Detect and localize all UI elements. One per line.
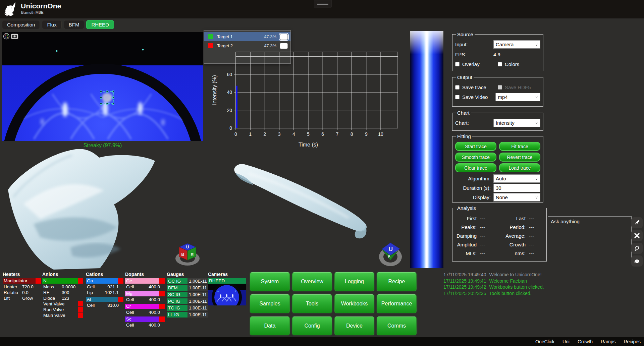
tab-rheed[interactable]: RHEED <box>86 20 114 29</box>
run-valve-row[interactable]: Run Valve <box>42 307 83 312</box>
analysis-label: Damping <box>455 233 480 239</box>
source-header-al[interactable]: Al <box>86 297 123 302</box>
close-icon <box>634 233 640 239</box>
system-button[interactable]: System <box>250 272 290 291</box>
svg-text:0: 0 <box>229 125 232 131</box>
search-button[interactable] <box>631 243 643 254</box>
tab-composition[interactable]: Composition <box>2 20 40 29</box>
palette-icon[interactable] <box>4 34 9 39</box>
workbooks-button[interactable]: Workbooks <box>334 294 374 313</box>
load-trace-button[interactable]: Load trace <box>499 163 540 172</box>
colors-checkbox[interactable] <box>498 62 502 66</box>
recipe-button[interactable]: Recipe <box>377 272 417 291</box>
fit-trace-button[interactable]: Fit trace <box>499 142 540 151</box>
robot-icon <box>634 258 640 264</box>
chart-type-select[interactable]: Intensity ∨ <box>493 119 540 127</box>
status-item-oneclick[interactable]: OneClick <box>535 339 554 344</box>
log-timestamp: 17/11/2025 19:49:42 <box>443 284 486 290</box>
overview-button[interactable]: Overview <box>292 272 332 291</box>
rheed-camera-view[interactable] <box>2 32 203 141</box>
snapshot-camera-icon[interactable] <box>11 34 18 39</box>
samples-button[interactable]: Samples <box>250 294 290 313</box>
rheed-thumbnail[interactable] <box>208 284 246 305</box>
main-valve-row[interactable]: Main Valve <box>42 312 83 318</box>
save-trace-checkbox[interactable] <box>455 85 460 90</box>
anions-column: AnionsNMass0.0000RF300Diode123Vent Valve… <box>42 272 83 318</box>
alarm-indicator <box>78 312 83 318</box>
logging-button[interactable]: Logging <box>334 272 374 291</box>
data-button[interactable]: Data <box>250 316 290 335</box>
analysis-label: Peaks: <box>455 224 480 230</box>
svg-text:60: 60 <box>227 72 232 77</box>
duration-input[interactable] <box>493 184 540 192</box>
save-hdf5-label: Save HDF5 <box>505 84 531 90</box>
param-value: 720.0 <box>22 284 41 289</box>
ask-anything-input[interactable] <box>548 216 632 264</box>
param-label: Diode <box>42 296 62 301</box>
duration-label: Duration (s): <box>455 185 491 191</box>
display-select[interactable]: None ∨ <box>493 193 540 201</box>
status-item-ramps[interactable]: Ramps <box>601 339 615 344</box>
source-header-sc[interactable]: Sc <box>125 316 165 322</box>
gauge-row-gc-ig[interactable]: GC IG1.00E-11 <box>167 278 208 284</box>
comms-button[interactable]: Comms <box>377 316 417 335</box>
param-label: Heater <box>3 284 22 289</box>
orientation-cube-right[interactable]: U R <box>377 241 404 267</box>
svg-text:20: 20 <box>227 108 232 113</box>
source-name: Manipulator <box>3 278 36 284</box>
param-value: Grow <box>22 296 41 301</box>
camera-chip-rheed[interactable]: RHEED <box>208 278 246 284</box>
source-header-ge[interactable]: Ge <box>125 278 165 284</box>
gauge-row-pc-ig[interactable]: PC IG1.00E-11 <box>167 298 208 304</box>
source-header-mg[interactable]: Mg <box>125 291 165 296</box>
source-header-n[interactable]: N <box>42 278 83 284</box>
device-button[interactable]: Device <box>334 316 374 335</box>
gauge-label: PC IG <box>167 298 187 304</box>
status-item-uni[interactable]: Uni <box>562 339 570 344</box>
video-format-select[interactable]: mp4 ∨ <box>495 93 540 101</box>
gauge-row-tc-ig[interactable]: TC IG1.00E-11 <box>167 305 208 311</box>
fitting-buttons: Start traceFit traceSmooth traceRevert t… <box>455 142 540 172</box>
source-name: Sc <box>125 316 159 322</box>
config-button[interactable]: Config <box>292 316 332 335</box>
input-source-select[interactable]: Camera ∨ <box>493 40 540 49</box>
tools-button[interactable]: Tools <box>292 294 332 313</box>
revert-trace-button[interactable]: Revert trace <box>499 153 540 162</box>
source-header-manipulator[interactable]: Manipulator <box>3 278 41 284</box>
gauge-label: BFM <box>167 285 187 291</box>
clear-trace-button[interactable]: Clear trace <box>455 163 496 172</box>
log-message: Workbooks button clicked. <box>489 284 544 290</box>
gauge-row-bfm[interactable]: BFM1.00E-11 <box>167 285 208 291</box>
analysis-value: --- <box>480 250 499 256</box>
tab-flux[interactable]: Flux <box>42 20 61 29</box>
assistant-button[interactable] <box>631 255 643 267</box>
main-window: UnicornOne Bizmuth MBE CompositionFluxBF… <box>0 0 644 346</box>
gauges-title: Gauges <box>167 272 208 278</box>
performance-button[interactable]: Performance <box>377 294 417 313</box>
orientation-cube-left[interactable]: U B R <box>174 241 201 267</box>
smooth-trace-button[interactable]: Smooth trace <box>455 153 496 162</box>
wafer-3d-view[interactable] <box>215 160 379 253</box>
window-drag-handle[interactable] <box>314 0 331 7</box>
gauge-row-ll-ig[interactable]: LL IG1.00E-11 <box>167 312 208 318</box>
save-video-checkbox[interactable] <box>455 95 460 99</box>
compose-button[interactable] <box>631 217 643 228</box>
clear-button[interactable] <box>631 230 643 241</box>
gauge-row-sc-ig[interactable]: SC IG1.00E-11 <box>167 292 208 297</box>
status-item-recipes[interactable]: Recipes <box>624 339 641 344</box>
status-item-growth[interactable]: Growth <box>578 339 593 344</box>
alarm-indicator <box>118 278 123 284</box>
save-hdf5-checkbox <box>498 85 502 90</box>
vent-valve-row[interactable]: Vent Valve <box>42 301 83 306</box>
chart-type-label: Chart: <box>455 120 469 126</box>
cameras-column: Cameras RHEED <box>208 272 246 306</box>
overlay-checkbox[interactable] <box>455 62 460 66</box>
tab-bfm[interactable]: BFM <box>64 20 85 29</box>
source-header-cr[interactable]: Cr <box>125 304 165 309</box>
log-line: 17/11/2025 19:49:42Workbooks button clic… <box>443 284 557 290</box>
gauge-value: 1.00E-11 <box>187 292 208 297</box>
algorithm-select[interactable]: Auto ∨ <box>493 174 540 183</box>
start-trace-button[interactable]: Start trace <box>455 142 496 151</box>
source-header-ga[interactable]: Ga <box>86 278 123 284</box>
surface-3d-view[interactable] <box>3 147 198 270</box>
